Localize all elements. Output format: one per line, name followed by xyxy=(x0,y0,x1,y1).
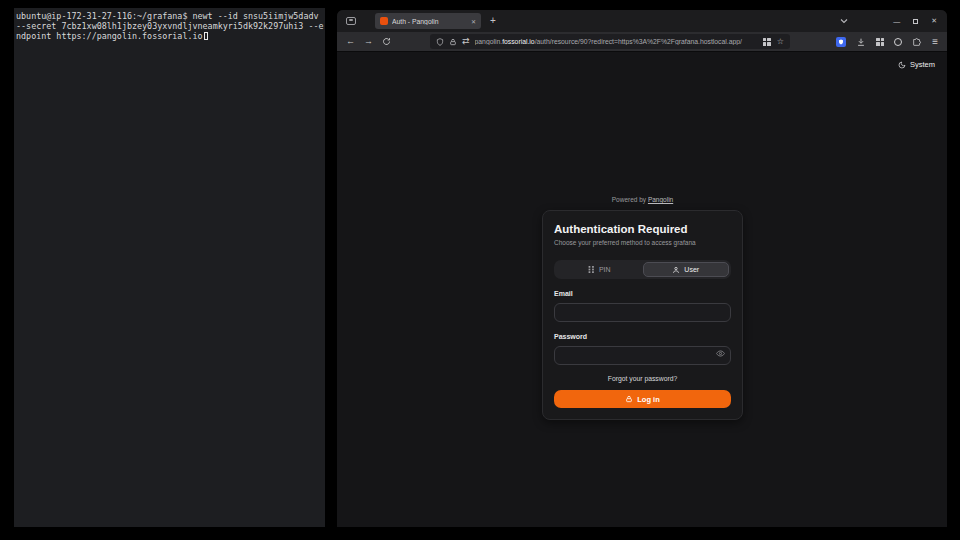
container-grid-icon[interactable] xyxy=(763,38,771,46)
card-title: Authentication Required xyxy=(554,222,731,236)
moon-icon xyxy=(898,61,906,69)
tab-close-icon[interactable]: ✕ xyxy=(471,18,476,25)
new-tab-button[interactable]: + xyxy=(490,16,496,26)
eye-icon xyxy=(716,349,725,358)
browser-navbar: ← → ⇄ pangolin.fossorial.io/auth/resourc… xyxy=(337,32,947,52)
password-field[interactable] xyxy=(554,346,731,365)
browser-tab-active[interactable]: Auth - Pangolin ✕ xyxy=(375,13,481,29)
bookmark-star-icon[interactable]: ☆ xyxy=(777,38,784,46)
show-password-button[interactable] xyxy=(716,349,725,358)
email-label: Email xyxy=(554,290,731,298)
user-icon xyxy=(672,266,680,274)
terminal-window[interactable]: ubuntu@ip-172-31-27-116:~/grafana$ newt … xyxy=(14,8,325,527)
urlbar-right-icons: ☆ xyxy=(763,38,784,46)
download-icon[interactable] xyxy=(856,37,866,47)
email-input-wrap xyxy=(554,301,731,322)
password-label: Password xyxy=(554,333,731,341)
chevron-down-icon[interactable] xyxy=(840,18,848,24)
auth-card: Authentication Required Choose your pref… xyxy=(542,210,743,420)
powered-by-text: Powered by xyxy=(612,196,646,203)
permissions-arrows-icon[interactable]: ⇄ xyxy=(462,37,470,46)
extensions-grid-icon[interactable] xyxy=(876,38,884,46)
keypad-icon xyxy=(588,266,595,273)
password-input-wrap xyxy=(554,344,731,365)
powered-by: Powered by Pangolin xyxy=(542,196,743,203)
page-content: System Powered by Pangolin Authenticatio… xyxy=(337,52,947,527)
login-button[interactable]: Log in xyxy=(554,390,731,408)
terminal-line: ndpoint https://pangolin.fossorial.io xyxy=(16,32,323,42)
lock-icon[interactable] xyxy=(449,38,457,46)
auth-section: Powered by Pangolin Authentication Requi… xyxy=(542,196,743,420)
login-button-label: Log in xyxy=(637,395,660,404)
auth-method-tabs: PIN User xyxy=(554,260,731,279)
close-window-button[interactable]: ✕ xyxy=(931,17,937,25)
firefox-view-icon[interactable] xyxy=(346,17,356,25)
tab-pin[interactable]: PIN xyxy=(556,262,643,277)
tab-pin-label: PIN xyxy=(599,266,611,273)
theme-label: System xyxy=(910,60,935,69)
browser-window: Auth - Pangolin ✕ + — ✕ ← → ⇄ pangolin.f… xyxy=(337,10,947,527)
pangolin-favicon-icon xyxy=(380,17,388,25)
reload-icon[interactable] xyxy=(382,37,391,46)
circle-extension-icon[interactable] xyxy=(894,38,902,46)
browser-titlebar: Auth - Pangolin ✕ + — ✕ xyxy=(337,10,947,32)
url-path: /auth/resource/90?redirect=https%3A%2F%2… xyxy=(535,38,742,45)
pangolin-link[interactable]: Pangolin xyxy=(648,196,673,203)
toolbar-extension-icons: ≡ xyxy=(836,37,938,47)
card-subtitle: Choose your preferred method to access g… xyxy=(554,239,731,247)
tab-user[interactable]: User xyxy=(643,262,730,277)
url-bar[interactable]: ⇄ pangolin.fossorial.io/auth/resource/90… xyxy=(430,34,790,49)
tab-user-label: User xyxy=(684,266,699,273)
theme-toggle[interactable]: System xyxy=(898,60,935,69)
blue-shield-extension-icon[interactable] xyxy=(836,37,846,47)
back-icon[interactable]: ← xyxy=(346,37,355,46)
lock-button-icon xyxy=(625,395,633,403)
forward-icon[interactable]: → xyxy=(364,37,373,46)
puzzle-extension-icon[interactable] xyxy=(912,37,922,47)
forgot-password-link[interactable]: Forgot your password? xyxy=(554,375,731,383)
url-text: pangolin.fossorial.io/auth/resource/90?r… xyxy=(475,38,758,45)
minimize-button[interactable]: — xyxy=(893,18,900,25)
email-field[interactable] xyxy=(554,303,731,322)
maximize-button[interactable] xyxy=(913,19,918,24)
terminal-cursor xyxy=(204,32,208,40)
menu-hamburger-icon[interactable]: ≡ xyxy=(932,37,938,47)
url-fade xyxy=(742,34,758,49)
url-domain-prefix: pangolin. xyxy=(475,38,503,45)
shield-icon[interactable] xyxy=(436,38,444,46)
url-domain: fossorial.io xyxy=(502,38,535,45)
terminal-line-text: ndpoint https://pangolin.fossorial.io xyxy=(16,31,203,41)
maximize-icon xyxy=(913,19,918,24)
tab-title: Auth - Pangolin xyxy=(392,18,467,25)
